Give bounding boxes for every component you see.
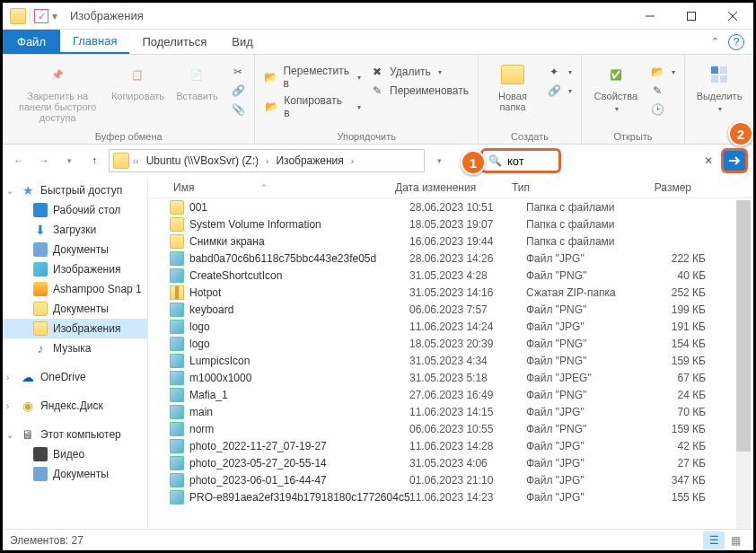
sidebar-item-documents3[interactable]: Документы (3, 464, 147, 484)
file-name: Hotpot (189, 286, 409, 299)
view-tab[interactable]: Вид (219, 30, 266, 54)
properties-button[interactable]: ✅ Свойства▾ (591, 58, 641, 113)
share-tab[interactable]: Поделиться (129, 30, 219, 54)
sidebar-item-desktop[interactable]: Рабочий стол (3, 200, 147, 220)
scissors-icon: ✂ (231, 65, 245, 79)
table-row[interactable]: keyboard06.06.2023 7:57Файл "PNG"199 КБ (148, 301, 753, 318)
file-name: babd0a70c6b6118c75bbc443e23fe05d (189, 252, 409, 265)
table-row[interactable]: babd0a70c6b6118c75bbc443e23fe05d28.06.20… (148, 250, 753, 267)
column-name[interactable]: Имя⌃ (148, 181, 395, 194)
forward-button[interactable]: → (33, 150, 55, 171)
delete-button[interactable]: ✖Удалить▾ (370, 64, 469, 80)
sidebar: ⌄★Быстрый доступ Рабочий стол ⬇Загрузки … (3, 177, 148, 529)
download-icon: ⬇ (33, 223, 48, 237)
table-row[interactable]: photo_2023-05-27_20-55-1431.05.2023 4:06… (148, 454, 753, 471)
table-row[interactable]: photo_2023-06-01_16-44-4701.06.2023 21:1… (148, 471, 753, 488)
history-button[interactable]: 🕑 (650, 101, 675, 118)
paste-button[interactable]: 📄 Вставить (171, 58, 222, 101)
sidebar-item-documents[interactable]: Документы (3, 240, 147, 259)
group-label: Буфер обмена (12, 129, 245, 142)
table-row[interactable]: System Volume Information18.05.2023 19:0… (148, 215, 753, 233)
sidebar-item-thispc[interactable]: ⌄🖥Этот компьютер (3, 425, 147, 444)
sidebar-item-downloads[interactable]: ⬇Загрузки (3, 220, 147, 240)
sidebar-item-music[interactable]: ♪Музыка (3, 338, 147, 358)
file-size: 70 КБ (643, 406, 715, 418)
breadcrumb-seg[interactable]: Ubuntu (\\VBoxSvr) (Z:) (143, 154, 262, 167)
table-row[interactable]: PRO-e891aea2ef3194b17918180c1772604c511.… (148, 488, 753, 505)
home-tab[interactable]: Главная (60, 30, 129, 54)
sidebar-item-images[interactable]: Изображения (3, 259, 147, 279)
sidebar-item-images2[interactable]: Изображения (3, 319, 147, 338)
newfolder-button[interactable]: Новая папка (488, 58, 538, 112)
table-row[interactable]: m1000x100031.05.2023 5:18Файл "JPEG"67 К… (148, 369, 753, 386)
chevron-icon[interactable]: ‹‹ (133, 156, 139, 166)
recent-dropdown[interactable]: ▾ (58, 150, 80, 171)
table-row[interactable]: logo18.05.2023 20:39Файл "PNG"154 КБ (148, 335, 753, 352)
sidebar-item-documents2[interactable]: Документы (3, 299, 147, 319)
maximize-button[interactable] (671, 3, 712, 30)
breadcrumb-seg[interactable]: Изображения (272, 154, 347, 167)
moveto-button[interactable]: 📂Переместить в▾ (264, 64, 361, 91)
file-icon (170, 200, 184, 215)
clipboard-extra-button[interactable]: ✂ (231, 64, 245, 80)
table-row[interactable]: photo_2022-11-27_07-19-2711.06.2023 14:2… (148, 437, 753, 454)
table-row[interactable]: main11.06.2023 14:15Файл "JPG"70 КБ (148, 403, 753, 420)
sidebar-item-video[interactable]: Видео (3, 444, 147, 464)
search-field[interactable] (507, 154, 543, 168)
table-row[interactable]: logo11.06.2023 14:24Файл "JPG"191 КБ (148, 318, 753, 335)
help-button[interactable]: ? (728, 34, 744, 50)
scrollbar-thumb[interactable] (736, 200, 751, 452)
file-type: Файл "JPG" (526, 491, 643, 504)
scrollbar[interactable] (736, 200, 751, 531)
minimize-button[interactable] (629, 3, 671, 30)
column-date[interactable]: Дата изменения (395, 181, 512, 194)
close-button[interactable] (712, 3, 753, 30)
table-row[interactable]: Mafia_127.06.2023 16:49Файл "PNG"24 КБ (148, 386, 753, 403)
table-row[interactable]: 00128.06.2023 10:51Папка с файлами (148, 198, 753, 215)
select-button[interactable]: Выделить▾ (694, 58, 744, 113)
breadcrumb[interactable]: ‹‹ Ubuntu (\\VBoxSvr) (Z:) › Изображения… (109, 149, 425, 172)
copyto-button[interactable]: 📂Копировать в▾ (264, 93, 361, 120)
search-go-button[interactable] (721, 148, 748, 173)
qat-checkbox-icon[interactable]: ✓ (34, 9, 48, 23)
sidebar-item-yandex[interactable]: ›◉Яндекс.Диск (3, 396, 147, 416)
easy-access-button[interactable]: 🔗▾ (547, 83, 572, 99)
back-button[interactable]: ← (8, 150, 30, 171)
file-type: Файл "PNG" (526, 389, 643, 401)
collapse-ribbon-button[interactable]: ⌃ (711, 36, 719, 48)
file-date: 31.05.2023 4:28 (409, 269, 526, 282)
copy-button[interactable]: 📋 Копировать (112, 58, 163, 101)
table-row[interactable]: Hotpot31.05.2023 14:16Сжатая ZIP-папка25… (148, 284, 753, 301)
music-icon: ♪ (33, 341, 48, 356)
svg-rect-5 (720, 66, 727, 74)
file-date: 27.06.2023 16:49 (409, 389, 526, 401)
clipboard-extra-button[interactable]: 📎 (231, 101, 245, 118)
file-size: 24 КБ (643, 389, 715, 401)
sidebar-item-snap[interactable]: Ashampoo Snap 1 (3, 279, 147, 299)
clear-search-button[interactable]: ✕ (699, 154, 717, 167)
table-row[interactable]: Снимки экрана16.06.2023 19:44Папка с фай… (148, 233, 753, 250)
edit-button[interactable]: ✎ (650, 83, 675, 99)
folder-icon (113, 153, 129, 169)
file-type: Файл "PNG" (526, 423, 643, 435)
file-size: 42 КБ (643, 440, 715, 452)
column-size[interactable]: Размер (629, 181, 700, 194)
column-type[interactable]: Тип (512, 181, 629, 194)
qat-overflow-icon[interactable]: ▾ (52, 10, 57, 22)
file-tab[interactable]: Файл (3, 30, 60, 54)
table-row[interactable]: LumpicsIcon31.05.2023 4:34Файл "PNG"159 … (148, 352, 753, 369)
view-thumbnails-button[interactable]: ▦ (725, 531, 746, 549)
view-details-button[interactable]: ☰ (703, 531, 725, 549)
new-item-button[interactable]: ✦▾ (547, 64, 572, 80)
up-button[interactable]: ↑ (84, 150, 105, 171)
pin-quickaccess-button[interactable]: 📌 Закрепить на панели быстрого доступа (12, 58, 103, 123)
open-button[interactable]: 📂▾ (650, 64, 675, 80)
table-row[interactable]: norm06.06.2023 10:55Файл "PNG"159 КБ (148, 420, 753, 437)
rename-button[interactable]: ✎Переименовать (370, 83, 469, 99)
sidebar-item-quickaccess[interactable]: ⌄★Быстрый доступ (3, 180, 147, 200)
table-row[interactable]: CreateShortcutIcon31.05.2023 4:28Файл "P… (148, 267, 753, 284)
sidebar-item-onedrive[interactable]: ›☁OneDrive (3, 367, 147, 387)
breadcrumb-dropdown[interactable]: ▾ (428, 150, 450, 171)
search-input[interactable]: 🔍 (480, 148, 561, 173)
clipboard-extra-button[interactable]: 🔗 (231, 83, 245, 99)
